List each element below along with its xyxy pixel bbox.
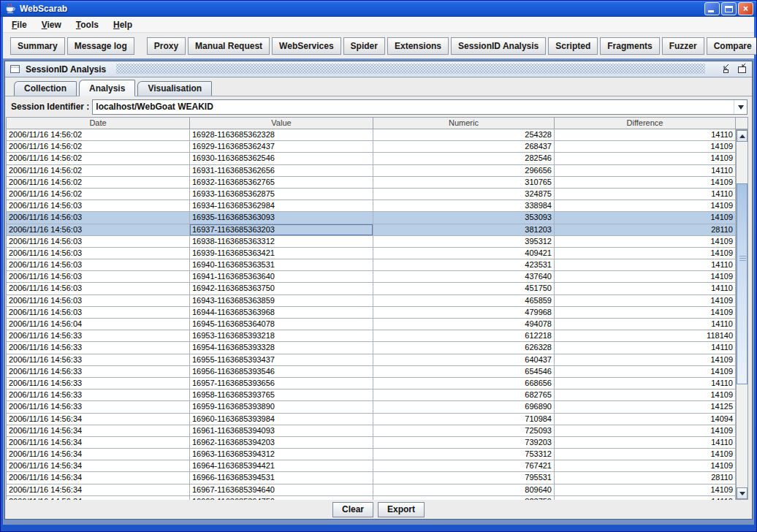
cell-difference[interactable]: 14109 [555, 177, 736, 189]
cell-date[interactable]: 2006/11/16 14:56:33 [7, 354, 190, 366]
table-row[interactable]: 2006/11/16 14:56:3416961-116368539409372… [7, 425, 736, 437]
table-row[interactable]: 2006/11/16 14:56:0216933-116368536287532… [7, 189, 736, 200]
cell-numeric[interactable]: 612218 [373, 330, 555, 342]
cell-numeric[interactable]: 767421 [373, 460, 555, 472]
menu-view[interactable]: View [39, 18, 64, 31]
cell-numeric[interactable]: 254328 [373, 129, 555, 141]
cell-value[interactable]: 16955-1163685393437 [190, 354, 373, 366]
cell-numeric[interactable]: 725093 [373, 425, 555, 437]
cell-difference[interactable]: 14109 [555, 153, 736, 164]
close-button[interactable]: × [738, 2, 753, 15]
toolbar-button-spider[interactable]: Spider [343, 37, 385, 55]
table-row[interactable]: 2006/11/16 14:56:3316958-116368539376568… [7, 390, 736, 401]
table-row[interactable]: 2006/11/16 14:56:0216929-116368536243726… [7, 141, 736, 153]
toolbar-button-sessionid-analysis[interactable]: SessionID Analysis [451, 37, 546, 55]
cell-difference[interactable]: 14110 [555, 165, 736, 177]
table-row[interactable]: 2006/11/16 14:56:0316940-116368536353142… [7, 259, 736, 271]
cell-numeric[interactable]: 739203 [373, 437, 555, 449]
cell-difference[interactable]: 28110 [555, 472, 736, 484]
toolbar-button-fragments[interactable]: Fragments [600, 37, 659, 55]
cell-numeric[interactable]: 479968 [373, 307, 555, 319]
vertical-scrollbar[interactable] [736, 129, 748, 500]
scroll-down-icon[interactable] [737, 487, 748, 499]
cell-difference[interactable]: 14110 [555, 259, 736, 271]
table-row[interactable]: 2006/11/16 14:56:0316944-116368536396847… [7, 307, 736, 319]
cell-date[interactable]: 2006/11/16 14:56:34 [7, 472, 190, 484]
cell-difference[interactable]: 14110 [555, 378, 736, 390]
table-row[interactable]: 2006/11/16 14:56:3416962-116368539420373… [7, 437, 736, 449]
cell-numeric[interactable]: 682765 [373, 390, 555, 401]
cell-difference[interactable]: 14109 [555, 295, 736, 307]
cell-date[interactable]: 2006/11/16 14:56:03 [7, 236, 190, 248]
cell-date[interactable]: 2006/11/16 14:56:34 [7, 414, 190, 425]
cell-value[interactable]: 16928-1163685362328 [190, 129, 373, 141]
cell-numeric[interactable]: 654546 [373, 366, 555, 378]
table-row[interactable]: 2006/11/16 14:56:0316935-116368536309335… [7, 212, 736, 224]
cell-date[interactable]: 2006/11/16 14:56:33 [7, 342, 190, 354]
cell-date[interactable]: 2006/11/16 14:56:34 [7, 460, 190, 472]
table-row[interactable]: 2006/11/16 14:56:0416945-116368536407849… [7, 319, 736, 330]
cell-date[interactable]: 2006/11/16 14:56:03 [7, 259, 190, 271]
cell-numeric[interactable]: 795531 [373, 472, 555, 484]
cell-numeric[interactable]: 381203 [373, 224, 555, 236]
table-row[interactable]: 2006/11/16 14:56:3316953-116368539321861… [7, 330, 736, 342]
cell-difference[interactable]: 14109 [555, 484, 736, 496]
table-row[interactable]: 2006/11/16 14:56:3416960-116368539398471… [7, 414, 736, 425]
cell-numeric[interactable]: 494078 [373, 319, 555, 330]
cell-numeric[interactable]: 753312 [373, 449, 555, 460]
cell-numeric[interactable]: 437640 [373, 271, 555, 283]
cell-numeric[interactable]: 423531 [373, 259, 555, 271]
cell-date[interactable]: 2006/11/16 14:56:33 [7, 390, 190, 401]
cell-numeric[interactable]: 696890 [373, 401, 555, 413]
table-row[interactable]: 2006/11/16 14:56:0216930-116368536254628… [7, 153, 736, 164]
table-row[interactable]: 2006/11/16 14:56:3316955-116368539343764… [7, 354, 736, 366]
cell-difference[interactable]: 14110 [555, 342, 736, 354]
cell-date[interactable]: 2006/11/16 14:56:03 [7, 307, 190, 319]
tab-collection[interactable]: Collection [14, 81, 77, 96]
table-row[interactable]: 2006/11/16 14:56:3416966-116368539453179… [7, 472, 736, 484]
cell-date[interactable]: 2006/11/16 14:56:34 [7, 484, 190, 496]
cell-value[interactable]: 16953-1163685393218 [190, 330, 373, 342]
cell-value[interactable]: 16966-1163685394531 [190, 472, 373, 484]
cell-value[interactable]: 16941-1163685363640 [190, 271, 373, 283]
tab-visualisation[interactable]: Visualisation [137, 81, 212, 96]
cell-value[interactable]: 16960-1163685393984 [190, 414, 373, 425]
cell-numeric[interactable]: 809640 [373, 484, 555, 496]
cell-value[interactable]: 16959-1163685393890 [190, 401, 373, 413]
cell-date[interactable]: 2006/11/16 14:56:33 [7, 378, 190, 390]
cell-date[interactable]: 2006/11/16 14:56:02 [7, 153, 190, 164]
cell-difference[interactable]: 14109 [555, 307, 736, 319]
cell-date[interactable]: 2006/11/16 14:56:03 [7, 224, 190, 236]
cell-difference[interactable]: 14109 [555, 460, 736, 472]
cell-difference[interactable]: 14110 [555, 129, 736, 141]
cell-difference[interactable]: 14109 [555, 366, 736, 378]
cell-date[interactable]: 2006/11/16 14:56:02 [7, 129, 190, 141]
export-button[interactable]: Export [378, 502, 425, 517]
cell-difference[interactable]: 14109 [555, 248, 736, 259]
table-row[interactable]: 2006/11/16 14:56:0316937-116368536320338… [7, 224, 736, 236]
cell-difference[interactable]: 14109 [555, 271, 736, 283]
cell-value[interactable]: 16958-1163685393765 [190, 390, 373, 401]
session-identifier-combobox[interactable]: localhost/WebGoat WEAKID [92, 99, 748, 115]
cell-difference[interactable]: 14110 [555, 319, 736, 330]
cell-difference[interactable]: 14110 [555, 437, 736, 449]
cell-difference[interactable]: 118140 [555, 330, 736, 342]
table-row[interactable]: 2006/11/16 14:56:0316934-116368536298433… [7, 200, 736, 212]
cell-difference[interactable]: 14109 [555, 390, 736, 401]
toolbar-button-message-log[interactable]: Message log [67, 37, 134, 55]
cell-difference[interactable]: 14109 [555, 200, 736, 212]
cell-value[interactable]: 16942-1163685363750 [190, 283, 373, 294]
cell-value[interactable]: 16940-1163685363531 [190, 259, 373, 271]
cell-date[interactable]: 2006/11/16 14:56:33 [7, 330, 190, 342]
table-body[interactable]: 2006/11/16 14:56:0216928-116368536232825… [6, 129, 736, 500]
cell-value[interactable]: 16961-1163685394093 [190, 425, 373, 437]
cell-date[interactable]: 2006/11/16 14:56:34 [7, 449, 190, 460]
cell-value[interactable]: 16957-1163685393656 [190, 378, 373, 390]
cell-value[interactable]: 16967-1163685394640 [190, 484, 373, 496]
table-row[interactable]: 2006/11/16 14:56:3316959-116368539389069… [7, 401, 736, 413]
cell-value[interactable]: 16932-1163685362765 [190, 177, 373, 189]
combobox-dropdown-icon[interactable] [734, 100, 747, 114]
cell-value[interactable]: 16934-1163685362984 [190, 200, 373, 212]
table-row[interactable]: 2006/11/16 14:56:3416963-116368539431275… [7, 449, 736, 460]
toolbar-button-compare[interactable]: Compare [707, 37, 757, 55]
